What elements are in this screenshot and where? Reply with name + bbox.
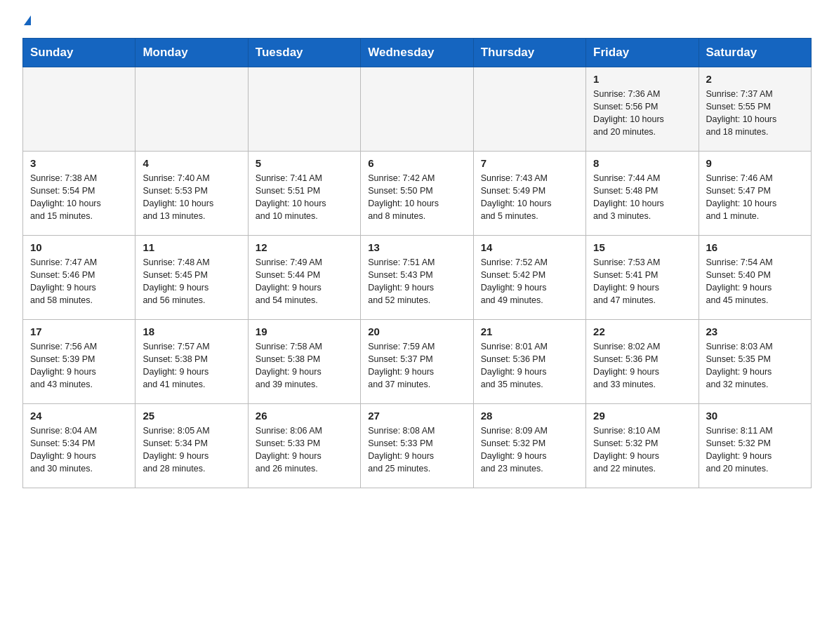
calendar-cell	[361, 67, 473, 152]
week-row: 1Sunrise: 7:36 AM Sunset: 5:56 PM Daylig…	[23, 67, 812, 152]
day-info: Sunrise: 7:51 AM Sunset: 5:43 PM Dayligh…	[368, 256, 465, 307]
calendar-cell: 13Sunrise: 7:51 AM Sunset: 5:43 PM Dayli…	[361, 236, 473, 320]
day-info: Sunrise: 7:57 AM Sunset: 5:38 PM Dayligh…	[143, 340, 240, 391]
day-info: Sunrise: 8:04 AM Sunset: 5:34 PM Dayligh…	[30, 424, 128, 476]
calendar-cell: 9Sunrise: 7:46 AM Sunset: 5:47 PM Daylig…	[699, 152, 811, 236]
day-number: 15	[593, 241, 691, 253]
day-info: Sunrise: 7:37 AM Sunset: 5:55 PM Dayligh…	[706, 88, 804, 139]
calendar-cell: 22Sunrise: 8:02 AM Sunset: 5:36 PM Dayli…	[586, 320, 699, 404]
day-number: 3	[30, 157, 128, 169]
day-info: Sunrise: 8:02 AM Sunset: 5:36 PM Dayligh…	[593, 340, 691, 391]
day-info: Sunrise: 7:40 AM Sunset: 5:53 PM Dayligh…	[143, 172, 240, 223]
week-row: 17Sunrise: 7:56 AM Sunset: 5:39 PM Dayli…	[23, 320, 812, 404]
day-info: Sunrise: 7:48 AM Sunset: 5:45 PM Dayligh…	[143, 256, 240, 307]
calendar-cell: 8Sunrise: 7:44 AM Sunset: 5:48 PM Daylig…	[586, 152, 699, 236]
day-number: 14	[481, 241, 578, 253]
day-number: 20	[368, 326, 465, 337]
day-number: 13	[368, 241, 465, 253]
calendar-cell: 29Sunrise: 8:10 AM Sunset: 5:32 PM Dayli…	[586, 404, 699, 488]
weekday-header-row: SundayMondayTuesdayWednesdayThursdayFrid…	[23, 39, 812, 67]
day-info: Sunrise: 7:56 AM Sunset: 5:39 PM Dayligh…	[30, 340, 128, 391]
calendar-cell: 28Sunrise: 8:09 AM Sunset: 5:32 PM Dayli…	[473, 404, 585, 488]
day-info: Sunrise: 7:53 AM Sunset: 5:41 PM Dayligh…	[593, 256, 691, 307]
day-number: 21	[481, 326, 578, 337]
calendar-cell: 3Sunrise: 7:38 AM Sunset: 5:54 PM Daylig…	[23, 152, 135, 236]
day-number: 6	[368, 157, 465, 169]
day-info: Sunrise: 7:46 AM Sunset: 5:47 PM Dayligh…	[706, 172, 804, 223]
calendar-table: SundayMondayTuesdayWednesdayThursdayFrid…	[22, 38, 812, 488]
calendar-cell	[23, 67, 135, 152]
calendar-cell: 14Sunrise: 7:52 AM Sunset: 5:42 PM Dayli…	[473, 236, 585, 320]
day-info: Sunrise: 7:58 AM Sunset: 5:38 PM Dayligh…	[256, 340, 353, 391]
day-number: 2	[706, 73, 804, 85]
calendar-cell: 20Sunrise: 7:59 AM Sunset: 5:37 PM Dayli…	[361, 320, 473, 404]
day-info: Sunrise: 7:54 AM Sunset: 5:40 PM Dayligh…	[706, 256, 804, 307]
day-number: 25	[143, 410, 240, 422]
calendar-cell: 12Sunrise: 7:49 AM Sunset: 5:44 PM Dayli…	[248, 236, 360, 320]
day-info: Sunrise: 8:01 AM Sunset: 5:36 PM Dayligh…	[481, 340, 578, 391]
calendar-cell: 5Sunrise: 7:41 AM Sunset: 5:51 PM Daylig…	[248, 152, 360, 236]
calendar-cell: 2Sunrise: 7:37 AM Sunset: 5:55 PM Daylig…	[699, 67, 811, 152]
day-number: 19	[256, 326, 353, 337]
weekday-header: Friday	[586, 39, 699, 67]
calendar-cell: 26Sunrise: 8:06 AM Sunset: 5:33 PM Dayli…	[248, 404, 360, 488]
day-number: 22	[593, 326, 691, 337]
day-info: Sunrise: 7:42 AM Sunset: 5:50 PM Dayligh…	[368, 172, 465, 223]
day-number: 9	[706, 157, 804, 169]
calendar-cell: 30Sunrise: 8:11 AM Sunset: 5:32 PM Dayli…	[699, 404, 811, 488]
weekday-header: Sunday	[23, 39, 135, 67]
day-info: Sunrise: 7:52 AM Sunset: 5:42 PM Dayligh…	[481, 256, 578, 307]
day-number: 23	[706, 326, 804, 337]
day-info: Sunrise: 8:03 AM Sunset: 5:35 PM Dayligh…	[706, 340, 804, 391]
calendar-cell: 6Sunrise: 7:42 AM Sunset: 5:50 PM Daylig…	[361, 152, 473, 236]
day-info: Sunrise: 8:08 AM Sunset: 5:33 PM Dayligh…	[368, 424, 465, 476]
day-number: 18	[143, 326, 240, 337]
page-header	[22, 17, 812, 27]
calendar-cell: 23Sunrise: 8:03 AM Sunset: 5:35 PM Dayli…	[699, 320, 811, 404]
calendar-cell	[135, 67, 248, 152]
calendar-cell: 15Sunrise: 7:53 AM Sunset: 5:41 PM Dayli…	[586, 236, 699, 320]
calendar-cell: 11Sunrise: 7:48 AM Sunset: 5:45 PM Dayli…	[135, 236, 248, 320]
weekday-header: Saturday	[699, 39, 811, 67]
day-info: Sunrise: 8:10 AM Sunset: 5:32 PM Dayligh…	[593, 424, 691, 476]
day-number: 17	[30, 326, 128, 337]
day-number: 1	[593, 73, 691, 85]
day-number: 27	[368, 410, 465, 422]
day-number: 7	[481, 157, 578, 169]
weekday-header: Tuesday	[248, 39, 360, 67]
day-number: 28	[481, 410, 578, 422]
calendar-cell: 27Sunrise: 8:08 AM Sunset: 5:33 PM Dayli…	[361, 404, 473, 488]
day-info: Sunrise: 7:59 AM Sunset: 5:37 PM Dayligh…	[368, 340, 465, 391]
weekday-header: Wednesday	[361, 39, 473, 67]
calendar-cell: 24Sunrise: 8:04 AM Sunset: 5:34 PM Dayli…	[23, 404, 135, 488]
weekday-header: Thursday	[473, 39, 585, 67]
day-info: Sunrise: 7:43 AM Sunset: 5:49 PM Dayligh…	[481, 172, 578, 223]
calendar-cell: 18Sunrise: 7:57 AM Sunset: 5:38 PM Dayli…	[135, 320, 248, 404]
day-number: 30	[706, 410, 804, 422]
day-info: Sunrise: 8:09 AM Sunset: 5:32 PM Dayligh…	[481, 424, 578, 476]
day-number: 26	[256, 410, 353, 422]
day-number: 12	[256, 241, 353, 253]
day-number: 11	[143, 241, 240, 253]
day-number: 24	[30, 410, 128, 422]
week-row: 3Sunrise: 7:38 AM Sunset: 5:54 PM Daylig…	[23, 152, 812, 236]
day-number: 29	[593, 410, 691, 422]
calendar-cell: 19Sunrise: 7:58 AM Sunset: 5:38 PM Dayli…	[248, 320, 360, 404]
day-info: Sunrise: 7:49 AM Sunset: 5:44 PM Dayligh…	[256, 256, 353, 307]
day-info: Sunrise: 7:38 AM Sunset: 5:54 PM Dayligh…	[30, 172, 128, 223]
calendar-cell: 21Sunrise: 8:01 AM Sunset: 5:36 PM Dayli…	[473, 320, 585, 404]
day-number: 8	[593, 157, 691, 169]
week-row: 24Sunrise: 8:04 AM Sunset: 5:34 PM Dayli…	[23, 404, 812, 488]
weekday-header: Monday	[135, 39, 248, 67]
calendar-cell: 10Sunrise: 7:47 AM Sunset: 5:46 PM Dayli…	[23, 236, 135, 320]
calendar-cell	[473, 67, 585, 152]
day-info: Sunrise: 7:47 AM Sunset: 5:46 PM Dayligh…	[30, 256, 128, 307]
calendar-cell	[248, 67, 360, 152]
day-number: 4	[143, 157, 240, 169]
calendar-cell: 7Sunrise: 7:43 AM Sunset: 5:49 PM Daylig…	[473, 152, 585, 236]
day-info: Sunrise: 7:41 AM Sunset: 5:51 PM Dayligh…	[256, 172, 353, 223]
day-info: Sunrise: 8:05 AM Sunset: 5:34 PM Dayligh…	[143, 424, 240, 476]
day-info: Sunrise: 8:06 AM Sunset: 5:33 PM Dayligh…	[256, 424, 353, 476]
logo	[22, 17, 31, 27]
day-info: Sunrise: 8:11 AM Sunset: 5:32 PM Dayligh…	[706, 424, 804, 476]
